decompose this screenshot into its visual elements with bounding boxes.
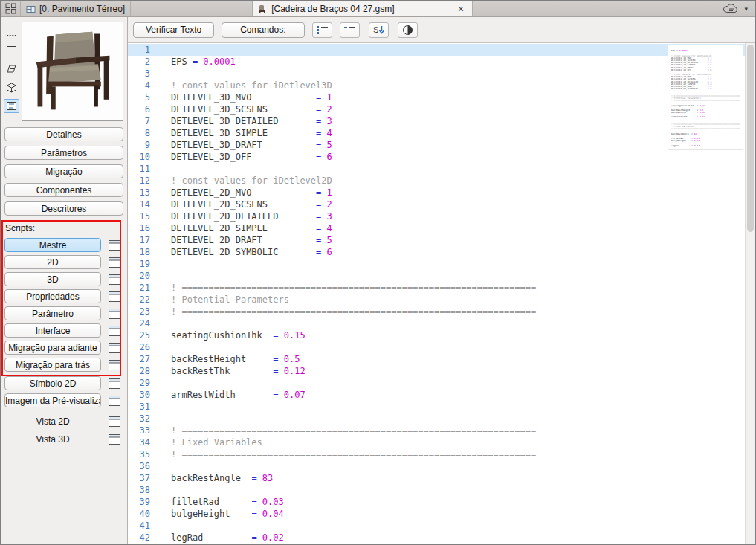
- close-icon[interactable]: ×: [455, 4, 467, 14]
- nav-button-descritores[interactable]: Descritores: [4, 201, 123, 216]
- sort-lines-icon[interactable]: S: [369, 22, 389, 38]
- open-window-button[interactable]: [108, 325, 121, 337]
- code-line[interactable]: 36: [128, 460, 745, 472]
- code-line[interactable]: 19: [128, 258, 745, 270]
- code-token: DETLEVEL_2D_DETAILED: [171, 211, 316, 222]
- code-line[interactable]: 8DETLEVEL_3D_SIMPLE = 4: [128, 127, 745, 139]
- script-button-3d[interactable]: 3D: [4, 272, 101, 286]
- script-button-mestre[interactable]: Mestre: [4, 238, 101, 252]
- code-line[interactable]: 9DETLEVEL_3D_DRAFT = 5: [128, 139, 745, 151]
- code-token: 2: [327, 199, 332, 210]
- vertical-scrollbar[interactable]: [745, 43, 755, 544]
- verify-text-button[interactable]: Verificar Texto: [133, 22, 214, 38]
- nav-button-detalhes[interactable]: Detalhes: [4, 127, 123, 141]
- commands-button[interactable]: Comandos:: [222, 22, 304, 38]
- code-line[interactable]: 37backRestAngle = 83: [128, 472, 745, 484]
- marquee-icon[interactable]: [4, 25, 19, 39]
- view-3d-icon[interactable]: [4, 80, 19, 94]
- code-line[interactable]: 31: [128, 401, 745, 413]
- code-line[interactable]: 30armRestWidth = 0.07: [128, 389, 745, 401]
- open-window-button[interactable]: [108, 291, 121, 303]
- code-line[interactable]: 20: [128, 270, 745, 282]
- open-window-button[interactable]: [108, 416, 121, 428]
- code-line[interactable]: 16DETLEVEL_2D_SIMPLE = 4: [128, 222, 745, 234]
- code-line[interactable]: 18DETLEVEL_2D_SYMBOLIC = 6: [128, 246, 745, 258]
- numbered-list-icon[interactable]: [312, 22, 332, 38]
- minimap-line: legRad = 0.02: [671, 145, 740, 147]
- line-number: 41: [128, 520, 155, 532]
- view-row: Vista 2D: [4, 414, 123, 428]
- quad-view-icon[interactable]: [1, 1, 20, 16]
- nav-button-componentes[interactable]: Componentes: [4, 183, 123, 197]
- code-line[interactable]: 28backRestThk = 0.12: [128, 365, 745, 377]
- open-window-button[interactable]: [108, 239, 121, 251]
- dropdown-caret-icon[interactable]: ▾: [744, 5, 748, 13]
- code-line[interactable]: 10DETLEVEL_3D_OFF = 6: [128, 151, 745, 163]
- code-line[interactable]: 41: [128, 520, 745, 532]
- code-line[interactable]: 22! Potential Parameters: [128, 294, 745, 306]
- script-button-interface[interactable]: Interface: [4, 323, 101, 338]
- code-token: =: [316, 235, 326, 245]
- code-line[interactable]: 15DETLEVEL_2D_DETAILED = 3: [128, 210, 745, 222]
- open-window-button[interactable]: [108, 308, 121, 320]
- object-preview[interactable]: [22, 22, 123, 121]
- code-line[interactable]: 38: [128, 484, 745, 496]
- script-button-propriedades[interactable]: Propriedades: [4, 289, 101, 303]
- scrollbar-thumb[interactable]: [747, 45, 754, 232]
- code-line[interactable]: 14DETLEVEL_2D_SCSENS = 2: [128, 199, 745, 210]
- code-line[interactable]: 34! Fixed Variables: [128, 436, 745, 448]
- code-line[interactable]: 1: [128, 44, 745, 56]
- code-line[interactable]: 11: [128, 163, 745, 175]
- code-line[interactable]: 27backRestHeight = 0.5: [128, 353, 745, 365]
- script-view-icon[interactable]: [4, 99, 19, 113]
- code-line[interactable]: 13DETLEVEL_2D_MVO = 1: [128, 187, 745, 199]
- indent-list-icon[interactable]: [340, 22, 360, 38]
- code-token: 0.5: [284, 354, 300, 364]
- minimap[interactable]: EPS = 0.0001! const values for iDetlevel…: [668, 45, 743, 149]
- code-line[interactable]: 23! ====================================…: [128, 306, 745, 317]
- code-line[interactable]: 21! ====================================…: [128, 282, 745, 294]
- script-button-migracao-para-adiante[interactable]: Migração para adiante: [4, 341, 101, 355]
- code-line[interactable]: 39filletRad = 0.03: [128, 496, 745, 508]
- tab-cadeira-gsm[interactable]: [Cadeira de Braços 04 27.gsm] ×: [252, 1, 473, 16]
- contrast-icon[interactable]: [398, 22, 418, 38]
- open-window-button[interactable]: [108, 257, 121, 268]
- code-line[interactable]: 35! ====================================…: [128, 448, 745, 460]
- code-line[interactable]: 40bulgeHeight = 0.04: [128, 508, 745, 520]
- cloud-sync-icon[interactable]: [722, 3, 741, 14]
- open-window-button[interactable]: [108, 433, 121, 445]
- code-line[interactable]: 42legRad = 0.02: [128, 532, 745, 544]
- code-line[interactable]: 4! const values for iDetlevel3D: [128, 80, 745, 91]
- script-button-2d[interactable]: 2D: [4, 255, 101, 269]
- code-text: ! const values for iDetlevel2D: [155, 175, 332, 187]
- code-line[interactable]: 32: [128, 413, 745, 425]
- code-line[interactable]: 2EPS = 0.0001: [128, 56, 745, 68]
- symbol-2d-icon[interactable]: [4, 43, 19, 57]
- code-line[interactable]: 3: [128, 68, 745, 80]
- code-line[interactable]: 26: [128, 341, 745, 353]
- code-line[interactable]: 33! ====================================…: [128, 425, 745, 436]
- open-window-button[interactable]: [108, 342, 121, 354]
- script-button-parametro[interactable]: Parâmetro: [4, 306, 101, 320]
- open-window-button[interactable]: [108, 395, 121, 407]
- code-line[interactable]: 7DETLEVEL_3D_DETAILED = 3: [128, 115, 745, 127]
- code-line[interactable]: 25seatingCushionThk = 0.15: [128, 329, 745, 341]
- line-number: 28: [128, 365, 155, 377]
- nav-button-migracao[interactable]: Migração: [4, 164, 123, 178]
- button-simbolo-2d[interactable]: Símbolo 2D: [4, 376, 101, 390]
- code-line[interactable]: 29: [128, 377, 745, 389]
- open-window-button[interactable]: [108, 274, 121, 286]
- button-imagem-da-pre-visualizacao[interactable]: Imagem da Pré-visualização: [4, 393, 101, 407]
- open-window-button[interactable]: [108, 378, 121, 390]
- open-window-button[interactable]: [108, 359, 121, 371]
- code-line[interactable]: 5DETLEVEL_3D_MVO = 1: [128, 91, 745, 103]
- code-line[interactable]: 6DETLEVEL_3D_SCSENS = 2: [128, 103, 745, 115]
- plan-view-icon[interactable]: [4, 62, 19, 76]
- code-line[interactable]: 17DETLEVEL_2D_DRAFT = 5: [128, 234, 745, 246]
- nav-button-parametros[interactable]: Parâmetros: [4, 146, 123, 160]
- tab-pavimento-terreo[interactable]: [0. Pavimento Térreo]: [20, 1, 131, 16]
- code-line[interactable]: 12! const values for iDetlevel2D: [128, 175, 745, 187]
- code-area[interactable]: 12EPS = 0.000134! const values for iDetl…: [128, 43, 745, 544]
- code-line[interactable]: 24: [128, 317, 745, 329]
- script-button-migracao-para-tras[interactable]: Migração para trás: [4, 358, 101, 372]
